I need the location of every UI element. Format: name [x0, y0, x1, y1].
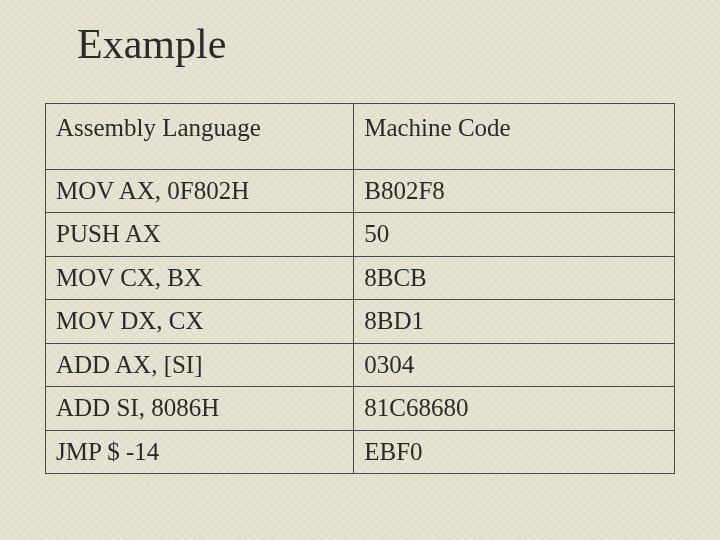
cell-machine: 0304 — [354, 343, 675, 387]
table-row: ADD SI, 8086H 81C68680 — [46, 387, 675, 431]
cell-machine: EBF0 — [354, 430, 675, 474]
cell-assembly: JMP $ -14 — [46, 430, 354, 474]
example-table: Assembly Language Machine Code MOV AX, 0… — [45, 103, 675, 474]
cell-assembly: MOV DX, CX — [46, 300, 354, 344]
cell-assembly: MOV CX, BX — [46, 256, 354, 300]
cell-machine: 81C68680 — [354, 387, 675, 431]
cell-machine: 8BD1 — [354, 300, 675, 344]
cell-assembly: PUSH AX — [46, 213, 354, 257]
cell-machine: 8BCB — [354, 256, 675, 300]
table-header-row: Assembly Language Machine Code — [46, 104, 675, 170]
cell-machine: B802F8 — [354, 169, 675, 213]
table-row: MOV DX, CX 8BD1 — [46, 300, 675, 344]
table-row: MOV CX, BX 8BCB — [46, 256, 675, 300]
header-assembly: Assembly Language — [46, 104, 354, 170]
cell-assembly: ADD AX, [SI] — [46, 343, 354, 387]
cell-assembly: ADD SI, 8086H — [46, 387, 354, 431]
table-row: ADD AX, [SI] 0304 — [46, 343, 675, 387]
table-row: JMP $ -14 EBF0 — [46, 430, 675, 474]
cell-assembly: MOV AX, 0F802H — [46, 169, 354, 213]
header-machine: Machine Code — [354, 104, 675, 170]
table-row: PUSH AX 50 — [46, 213, 675, 257]
table-row: MOV AX, 0F802H B802F8 — [46, 169, 675, 213]
cell-machine: 50 — [354, 213, 675, 257]
page-title: Example — [77, 20, 675, 68]
